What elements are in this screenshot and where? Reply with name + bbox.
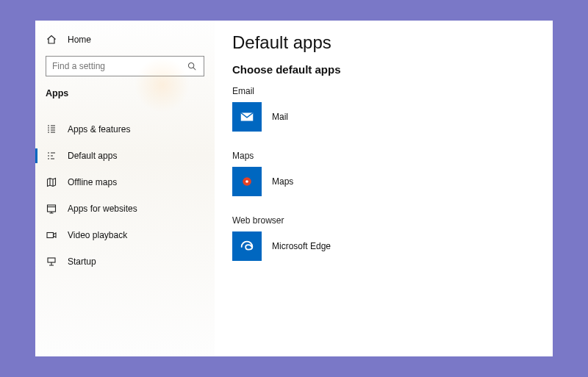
svg-point-0	[188, 62, 193, 68]
sidebar-item-apps-features[interactable]: Apps & features	[35, 116, 215, 143]
sidebar: Home Apps Apps & features	[35, 21, 215, 356]
home-label: Home	[68, 35, 91, 45]
sidebar-item-apps-for-websites[interactable]: Apps for websites	[35, 195, 215, 222]
default-app-section-web-browser: Web browser Microsoft Edge	[232, 215, 550, 261]
app-label: Maps	[272, 176, 293, 187]
svg-point-6	[245, 180, 248, 183]
sidebar-section-title: Apps	[35, 84, 215, 109]
search-input[interactable]	[52, 61, 186, 71]
sidebar-item-default-apps[interactable]: Default apps	[35, 143, 215, 169]
app-label: Microsoft Edge	[272, 241, 331, 251]
default-app-section-email: Email Mail	[232, 86, 550, 132]
category-label: Maps	[232, 151, 550, 161]
svg-rect-1	[48, 205, 56, 212]
app-card-email[interactable]: Mail	[232, 102, 550, 132]
sidebar-item-label: Apps for websites	[68, 204, 137, 214]
home-icon	[46, 34, 57, 46]
home-button[interactable]: Home	[35, 28, 215, 51]
app-card-maps[interactable]: Maps	[232, 167, 550, 196]
edge-icon	[232, 231, 262, 261]
sidebar-nav: Apps & features Default apps Offline map…	[35, 109, 215, 275]
category-label: Email	[232, 86, 550, 96]
sidebar-item-label: Offline maps	[68, 177, 117, 187]
page-title: Default apps	[232, 32, 550, 53]
main-content: Default apps Choose default apps Email M…	[215, 21, 553, 356]
svg-rect-3	[48, 258, 55, 262]
startup-icon	[46, 256, 57, 268]
search-wrap	[35, 51, 215, 84]
sidebar-item-label: Startup	[68, 256, 96, 267]
offline-maps-icon	[46, 176, 57, 188]
apps-for-websites-icon	[46, 203, 57, 215]
search-input-container[interactable]	[46, 56, 204, 76]
video-playback-icon	[46, 229, 57, 241]
sidebar-item-video-playback[interactable]: Video playback	[35, 222, 215, 248]
sidebar-item-offline-maps[interactable]: Offline maps	[35, 169, 215, 195]
svg-rect-2	[47, 233, 54, 238]
settings-window: Home Apps Apps & features	[35, 21, 553, 356]
mail-icon	[232, 102, 262, 132]
maps-icon	[232, 167, 262, 196]
app-label: Mail	[272, 112, 288, 122]
category-label: Web browser	[232, 215, 550, 226]
sidebar-item-label: Apps & features	[68, 124, 130, 134]
sidebar-item-label: Default apps	[68, 151, 117, 161]
app-card-web-browser[interactable]: Microsoft Edge	[232, 231, 550, 261]
apps-features-icon	[46, 123, 57, 135]
default-apps-icon	[46, 150, 57, 162]
sidebar-item-startup[interactable]: Startup	[35, 248, 215, 275]
subheading: Choose default apps	[232, 63, 550, 76]
sidebar-item-label: Video playback	[68, 230, 127, 240]
default-app-section-maps: Maps Maps	[232, 151, 550, 196]
search-icon	[186, 60, 198, 72]
